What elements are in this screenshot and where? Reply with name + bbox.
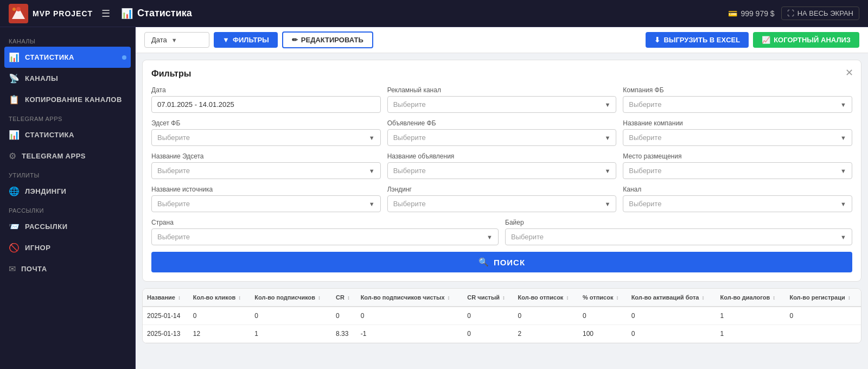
sidebar-item-telegram-apps[interactable]: ⚙ TELEGRAM APPS (0, 145, 135, 167)
date-select[interactable]: Дата ▼ (144, 32, 209, 48)
filter-row-4: Название источника Выберите ▼ Лэндинг Вы… (151, 186, 852, 212)
svg-point-3 (12, 8, 16, 11)
logo: MVP PROJECT (9, 4, 93, 23)
sidebar-item-statistika1[interactable]: 📊 СТАТИСТИКА (4, 47, 131, 68)
sidebar-kanaly-label: КАНАЛЫ (25, 74, 58, 82)
sidebar-item-copy-kanaly[interactable]: 📋 КОПИРОВАНИЕ КАНАЛОВ (0, 89, 135, 110)
cell-subs-1: 1 (250, 325, 331, 343)
fullscreen-button[interactable]: ⛶ НА ВЕСЬ ЭКРАН (781, 7, 859, 20)
cell-name-1: 2025-01-13 (143, 325, 189, 343)
filter-date-input[interactable] (151, 96, 381, 113)
filter-row-5: Страна Выберите ▼ Байер Выберите ▼ (151, 219, 852, 245)
cell-clicks-0: 0 (189, 307, 251, 325)
sidebar-item-pochta[interactable]: ✉ ПОЧТА (0, 258, 135, 279)
sort-icon-cr: ↕ (347, 295, 350, 301)
filter-group-lending: Лэндинг Выберите ▼ (387, 186, 617, 212)
filter-group-date: Дата (151, 86, 381, 113)
filter-close-button[interactable]: ✕ (845, 68, 853, 78)
sidebar-ignor-icon: 🚫 (9, 243, 20, 253)
active-dot (122, 55, 126, 60)
cell-bot-1: 0 (627, 325, 716, 343)
filter-ob-fb-arrow: ▼ (604, 135, 610, 141)
col-header-subs-clean[interactable]: Кол-во подписчиков чистых ↕ (356, 289, 463, 307)
filter-date-label: Дата (151, 86, 381, 94)
filter-kanal-arrow: ▼ (840, 201, 846, 207)
filter-kanal-select[interactable]: Выберите ▼ (623, 195, 852, 212)
sidebar-item-rassylki[interactable]: 📨 РАССЫЛКИ (0, 216, 135, 237)
col-header-unsubs[interactable]: Кол-во отписок ↕ (514, 289, 578, 307)
col-header-cr-clean[interactable]: CR чистый ↕ (463, 289, 513, 307)
cell-dialogs-1: 1 (716, 325, 786, 343)
filter-panel: Фильтры ✕ Дата Рекламный канал Выберите … (142, 60, 861, 282)
sort-icon-dialogs: ↕ (773, 295, 775, 301)
col-header-cr[interactable]: CR ↕ (331, 289, 356, 307)
filter-strana-select[interactable]: Выберите ▼ (151, 228, 499, 245)
filter-source-arrow: ▼ (369, 201, 375, 207)
cell-subs-clean-0: 0 (356, 307, 463, 325)
col-header-regs[interactable]: Кол-во регистраци ↕ (785, 289, 861, 307)
cohort-label: КОГОРТНЫЙ АНАЛИЗ (774, 36, 851, 44)
filter-adset-select[interactable]: Выберите ▼ (151, 129, 381, 146)
cell-regs-1 (785, 325, 861, 343)
col-header-pct-unsubs[interactable]: % отписок ↕ (578, 289, 627, 307)
filter-group-source: Название источника Выберите ▼ (151, 186, 381, 212)
filter-company-fb-select[interactable]: Выберите ▼ (623, 96, 852, 113)
filter-ob-fb-select[interactable]: Выберите ▼ (387, 129, 617, 146)
filter-group-kanal: Канал Выберите ▼ (623, 186, 852, 212)
svg-point-2 (16, 7, 21, 11)
sort-icon-subs-clean: ↕ (448, 295, 450, 301)
filter-lending-placeholder: Выберите (393, 200, 426, 208)
filter-strana-placeholder: Выберите (157, 233, 190, 241)
data-table: Название ↕ Кол-во кликов ↕ Кол-во подпис… (143, 289, 861, 343)
hamburger-icon[interactable]: ☰ (101, 8, 110, 20)
filter-place-select[interactable]: Выберите ▼ (623, 162, 852, 179)
col-header-name[interactable]: Название ↕ (143, 289, 189, 307)
filter-place-placeholder: Выберите (629, 167, 661, 175)
filter-adset-name-placeholder: Выберите (157, 167, 190, 175)
col-header-clicks[interactable]: Кол-во кликов ↕ (189, 289, 251, 307)
sidebar-item-ignor[interactable]: 🚫 ИГНОР (0, 237, 135, 258)
filter-adset-name-select[interactable]: Выберите ▼ (151, 162, 381, 179)
sidebar-section-telegram: Telegram apps (0, 110, 135, 124)
filter-adset-label: Эдсет ФБ (151, 119, 381, 127)
filter-ob-name-placeholder: Выберите (393, 167, 426, 175)
edit-button[interactable]: ✏ РЕДАКТИРОВАТЬ (282, 31, 373, 48)
filter-lending-select[interactable]: Выберите ▼ (387, 195, 617, 212)
filter-reklam-select[interactable]: Выберите ▼ (387, 96, 617, 113)
sort-icon-bot: ↕ (701, 295, 704, 301)
balance-value: 999 979 $ (741, 9, 774, 18)
filter-ob-name-select[interactable]: Выберите ▼ (387, 162, 617, 179)
logo-text: MVP PROJECT (33, 9, 93, 18)
export-label: ВЫГРУЗИТЬ В EXCEL (663, 36, 740, 44)
topbar-right: 💳 999 979 $ ⛶ НА ВЕСЬ ЭКРАН (728, 7, 859, 20)
filter-adset-arrow: ▼ (369, 135, 375, 141)
filter-bayer-select[interactable]: Выберите ▼ (505, 228, 852, 245)
col-header-bot[interactable]: Кол-во активаций бота ↕ (627, 289, 716, 307)
sidebar-section-kanaly: Каналы (0, 33, 135, 47)
filter-group-adset-name: Название Эдсета Выберите ▼ (151, 152, 381, 179)
sidebar-item-kanaly[interactable]: 📡 КАНАЛЫ (0, 68, 135, 89)
filter-source-placeholder: Выберите (157, 200, 190, 208)
sidebar-item-statistika2[interactable]: 📊 СТАТИСТИКА (0, 124, 135, 145)
search-button[interactable]: 🔍 ПОИСК (151, 252, 852, 272)
filter-strana-label: Страна (151, 219, 499, 226)
filter-company-name-select[interactable]: Выберите ▼ (623, 129, 852, 146)
export-button[interactable]: ⬇ ВЫГРУЗИТЬ В EXCEL (646, 32, 749, 48)
sidebar-statistika2-label: СТАТИСТИКА (25, 131, 74, 139)
filter-group-ob-fb: Объявление ФБ Выберите ▼ (387, 119, 617, 146)
sidebar-kanaly-icon: 📡 (9, 73, 20, 84)
sidebar-item-lendingi[interactable]: 🌐 ЛЭНДИНГИ (0, 181, 135, 202)
filter-place-arrow: ▼ (840, 168, 846, 174)
sidebar-pochta-label: ПОЧТА (21, 265, 47, 273)
table-body: 2025-01-14 0 0 0 0 0 0 0 0 1 0 (143, 307, 861, 343)
main-layout: Каналы 📊 СТАТИСТИКА 📡 КАНАЛЫ 📋 КОПИРОВАН… (0, 27, 868, 369)
filters-button[interactable]: ▼ ФИЛЬТРЫ (214, 32, 278, 48)
search-label: ПОИСК (494, 258, 525, 267)
filter-reklam-label: Рекламный канал (387, 86, 617, 94)
date-arrow-icon: ▼ (171, 37, 177, 43)
filter-source-select[interactable]: Выберите ▼ (151, 195, 381, 212)
col-header-subs[interactable]: Кол-во подписчиков ↕ (250, 289, 331, 307)
sidebar-telegram-icon: ⚙ (9, 151, 16, 161)
col-header-dialogs[interactable]: Кол-во диалогов ↕ (716, 289, 786, 307)
cohort-button[interactable]: 📈 КОГОРТНЫЙ АНАЛИЗ (753, 32, 859, 48)
